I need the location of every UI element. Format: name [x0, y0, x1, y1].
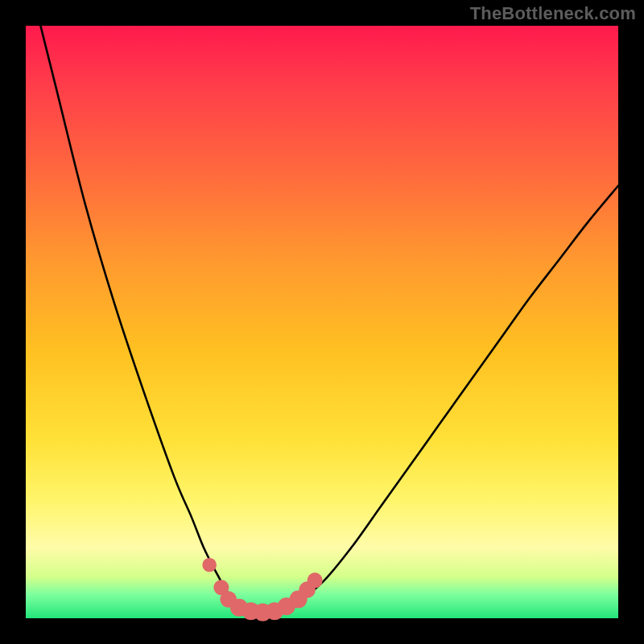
- dot-1: [202, 558, 217, 572]
- plot-area: [26, 26, 618, 618]
- curve-svg: [26, 26, 618, 618]
- bottom-dots-group: [202, 558, 322, 621]
- dot-11: [308, 572, 323, 588]
- watermark-text: TheBottleneck.com: [470, 3, 636, 24]
- bottleneck-curve: [26, 0, 618, 613]
- chart-frame: TheBottleneck.com: [0, 0, 644, 644]
